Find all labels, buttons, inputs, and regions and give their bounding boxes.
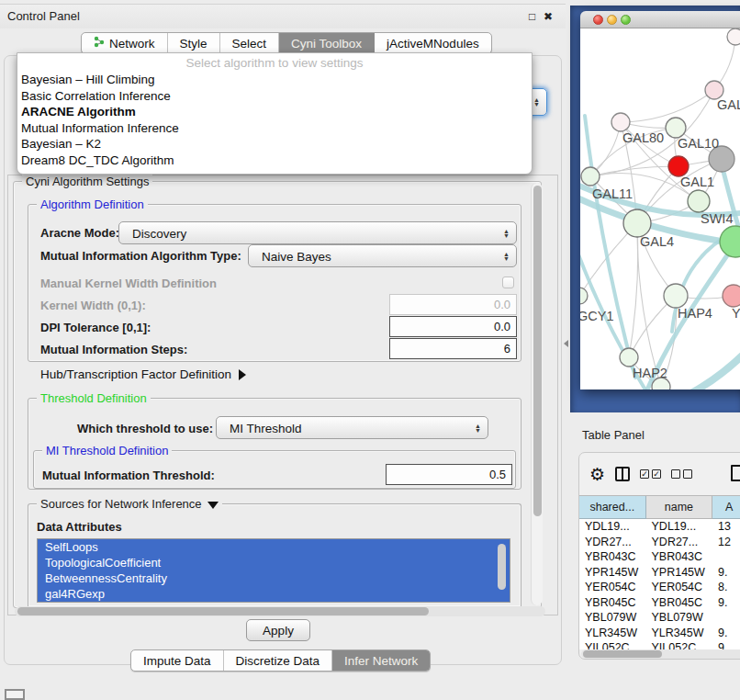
tab-network[interactable]: Network [82, 33, 168, 53]
node-gcy1[interactable] [580, 288, 588, 304]
minimized-panel-icon[interactable] [5, 689, 25, 700]
tab-infer-network[interactable]: Infer Network [332, 650, 430, 671]
window-close-icon[interactable] [593, 15, 603, 25]
table-cell[interactable]: 9. [712, 595, 740, 611]
column-header-clipped[interactable]: A [712, 496, 740, 519]
table-row[interactable]: YPR145WYPR145W9. [579, 565, 740, 581]
tab-impute-data[interactable]: Impute Data [131, 650, 224, 671]
table-row[interactable]: YBR043CYBR043C [579, 549, 740, 565]
table-cell[interactable]: YBR043C [579, 549, 646, 565]
settings-vertical-scrollbar[interactable] [531, 183, 543, 605]
deselect-all-checkboxes-icon[interactable] [671, 469, 692, 479]
node-unnamed-top[interactable] [727, 28, 740, 45]
gear-icon[interactable]: ⚙ [589, 466, 605, 483]
node-gal1[interactable] [688, 190, 710, 212]
table-cell[interactable]: 12 [712, 535, 740, 550]
window-zoom-icon[interactable] [621, 15, 631, 25]
expand-right-icon[interactable] [239, 369, 246, 380]
table-cell[interactable]: YDR27... [579, 535, 646, 550]
table-cell[interactable]: 13 [712, 519, 740, 535]
mi-algorithm-type-combo[interactable]: Naive Bayes ▲▼ [248, 244, 517, 267]
table-row[interactable]: YDL19...YDL19...13 [579, 519, 740, 535]
table-cell[interactable]: YLR345W [646, 626, 713, 641]
float-window-icon[interactable]: □ [529, 10, 535, 23]
tab-select[interactable]: Select [220, 33, 280, 53]
table-horizontal-scrollbar[interactable] [581, 649, 740, 659]
algorithm-option[interactable]: Bayesian – Hill Climbing [17, 72, 532, 88]
table-cell[interactable]: 9. [712, 565, 740, 581]
manual-kernel-width-checkbox[interactable] [502, 277, 514, 288]
table-cell[interactable]: YBR045C [646, 595, 713, 611]
mi-steps-field[interactable]: 6 [389, 338, 517, 359]
settings-horizontal-scrollbar[interactable] [15, 606, 545, 616]
table-cell[interactable]: 8. [712, 580, 740, 595]
table-row[interactable]: YBL079WYBL079W [579, 610, 740, 626]
table-cell[interactable]: YBL079W [579, 610, 646, 626]
window-minimize-icon[interactable] [607, 15, 617, 25]
data-attribute-item[interactable]: BetweennessCentrality [38, 570, 510, 586]
algorithm-option[interactable]: ARACNE Algorithm [17, 104, 532, 120]
table-cell[interactable] [712, 549, 740, 565]
close-icon[interactable]: ✖ [544, 10, 553, 23]
table-cell[interactable]: YLR345W [579, 626, 646, 641]
column-header-name[interactable]: name [646, 496, 713, 519]
document-icon[interactable] [731, 465, 740, 481]
node-gal80[interactable] [611, 113, 630, 131]
aracne-mode-combo[interactable]: Discovery ▲▼ [118, 221, 517, 244]
tab-style[interactable]: Style [168, 33, 220, 53]
table-cell[interactable]: YBR045C [579, 595, 646, 611]
table-cell[interactable]: YIL052C [646, 640, 713, 649]
table-cell[interactable]: YBR043C [646, 549, 713, 565]
algorithm-option[interactable]: Dream8 DC_TDC Algorithm [17, 152, 532, 169]
node-red[interactable] [668, 156, 689, 176]
data-attribute-item[interactable]: gal4RGexp [38, 586, 510, 602]
node-pink-right[interactable] [723, 285, 740, 307]
table-row[interactable]: YBR045CYBR045C9. [579, 595, 740, 611]
table-cell[interactable]: YDL19... [646, 519, 713, 535]
tab-cyni-toolbox[interactable]: Cyni Toolbox [279, 33, 375, 53]
table-row[interactable]: YER054CYER054C8. [579, 580, 740, 595]
table-row[interactable]: YLR345WYLR345W9. [579, 626, 740, 641]
table-cell[interactable]: YBL079W [646, 610, 713, 626]
table-cell[interactable]: 9. [712, 626, 740, 641]
table-horizontal-scrollbar-thumb[interactable] [583, 650, 662, 658]
table-row[interactable]: YIL052CYIL052C9. [579, 640, 740, 649]
network-window[interactable]: GALGAL80GAL10GAL1GAL11SWI4GAL4GCY1HAP4YH… [580, 11, 740, 390]
table-cell[interactable]: YIL052C [579, 640, 646, 649]
table-cell[interactable]: YPR145W [579, 565, 646, 581]
dpi-tolerance-field[interactable]: 0.0 [389, 316, 517, 337]
network-window-titlebar[interactable] [580, 11, 740, 28]
node-big-green[interactable] [720, 226, 740, 257]
algorithm-option[interactable]: Mutual Information Inference [17, 120, 532, 137]
network-canvas[interactable]: GALGAL80GAL10GAL1GAL11SWI4GAL4GCY1HAP4YH… [580, 28, 740, 390]
data-attributes-list[interactable]: SelfLoopsTopologicalCoefficientBetweenne… [37, 538, 510, 603]
algorithm-option[interactable]: Bayesian – K2 [17, 136, 532, 152]
settings-vertical-scrollbar-thumb[interactable] [533, 186, 542, 516]
table-row[interactable]: YDR27...YDR27...12 [579, 535, 740, 550]
table-cell[interactable]: YDR27... [646, 535, 713, 550]
kernel-width-field[interactable]: 0.0 [389, 294, 517, 315]
data-attribute-item[interactable]: TopologicalCoefficient [38, 555, 510, 570]
settings-horizontal-scrollbar-thumb[interactable] [17, 607, 429, 615]
splitpane-collapse-icon[interactable] [564, 340, 568, 347]
table-cell[interactable]: 9. [712, 640, 740, 649]
mi-threshold-field[interactable]: 0.5 [386, 464, 512, 485]
hub-transcription-section[interactable]: Hub/Transcription Factor Definition [40, 367, 246, 381]
collapse-down-icon[interactable] [207, 502, 219, 509]
node-gal4[interactable] [623, 209, 651, 237]
node-hap2[interactable] [620, 348, 638, 367]
apply-button[interactable]: Apply [246, 619, 310, 641]
node-hap4[interactable] [664, 284, 688, 308]
tab-discretize-data[interactable]: Discretize Data [224, 650, 333, 671]
table-cell[interactable]: YER054C [579, 580, 646, 595]
table-cell[interactable]: YPR145W [646, 565, 713, 581]
attr-list-scrollbar[interactable] [497, 542, 508, 599]
select-all-checkboxes-icon[interactable]: ✓✓ [640, 469, 661, 479]
attr-list-scrollbar-thumb[interactable] [498, 544, 506, 590]
which-threshold-combo[interactable]: MI Threshold ▲▼ [216, 416, 488, 439]
node-unnamed-pink[interactable] [705, 81, 723, 99]
column-header-shared-name[interactable]: shared... [579, 496, 646, 519]
node-gal11[interactable] [581, 167, 600, 186]
data-attribute-item[interactable]: SelfLoops [38, 539, 510, 555]
columns-icon[interactable] [615, 467, 630, 481]
